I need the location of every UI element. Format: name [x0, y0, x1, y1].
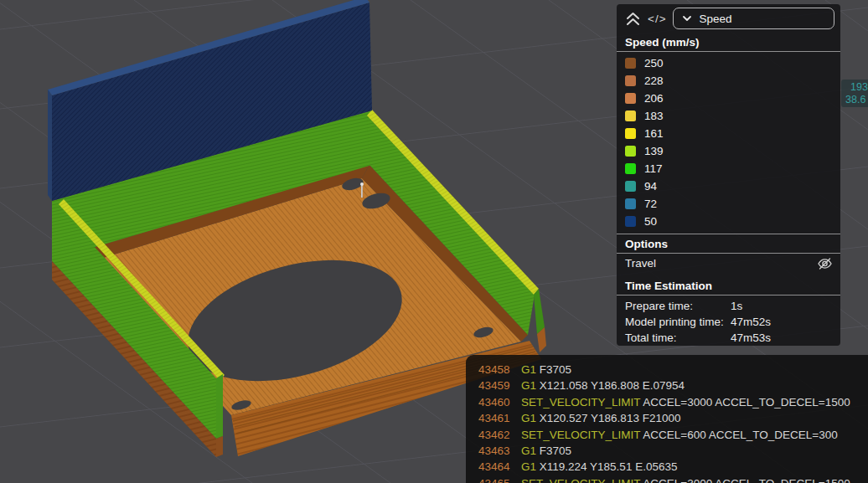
- time-row: Total time: 47m53s: [617, 330, 840, 346]
- legend-color-swatch: [625, 93, 636, 104]
- gcode-line-number: 43459: [478, 378, 514, 393]
- legend-row: 72: [617, 195, 840, 213]
- gcode-command: G1: [521, 460, 536, 473]
- chevron-down-icon: [682, 14, 692, 23]
- gcode-line-number: 43458: [478, 362, 514, 378]
- gcode-args: ACCEL=3000 ACCEL_TO_DECEL=1500: [643, 477, 850, 483]
- gcode-command: G1: [521, 412, 536, 424]
- gcode-line-body: G1 X120.527 Y186.813 F21000: [514, 410, 680, 426]
- legend-row: 139: [617, 142, 840, 160]
- gcode-line[interactable]: 43465 SET_VELOCITY_LIMIT ACCEL=3000 ACCE…: [478, 475, 868, 483]
- gcode-console[interactable]: 43458 G1 F3705 43459 G1 X121.058 Y186.80…: [466, 355, 868, 483]
- gcode-args: ACCEL=3000 ACCEL_TO_DECEL=1500: [643, 396, 850, 408]
- tooltip-value-2: 38.6: [845, 94, 868, 106]
- legend-row: 228: [617, 72, 840, 90]
- panel-header: </> Speed: [624, 8, 834, 29]
- legend-value: 250: [644, 57, 664, 69]
- legend-row: 50: [617, 213, 840, 230]
- time-row-value: 47m53s: [731, 331, 771, 344]
- time-estimation-list: Prepare time: 1s Model printing time: 47…: [617, 298, 840, 346]
- options-section-title: Options: [617, 234, 840, 253]
- legend-value: 228: [644, 75, 664, 87]
- gcode-line[interactable]: 43459 G1 X121.058 Y186.808 E.07954: [478, 378, 868, 393]
- view-mode-select[interactable]: Speed: [673, 8, 834, 29]
- time-row: Prepare time: 1s: [617, 298, 840, 314]
- travel-label: Travel: [625, 257, 656, 270]
- legend-row: 94: [617, 177, 840, 195]
- gcode-line-number: 43460: [478, 394, 514, 410]
- gcode-line-body: G1 X121.058 Y186.808 E.07954: [514, 378, 685, 393]
- gcode-command: SET_VELOCITY_LIMIT: [521, 429, 640, 441]
- travel-option-row[interactable]: Travel: [617, 254, 840, 273]
- eye-off-icon[interactable]: [817, 257, 833, 270]
- time-row-label: Prepare time:: [625, 300, 731, 312]
- time-row-value: 47m52s: [731, 316, 771, 328]
- legend-color-swatch: [625, 75, 636, 86]
- gcode-line-body: SET_VELOCITY_LIMIT ACCEL=3000 ACCEL_TO_D…: [514, 475, 850, 483]
- gcode-viewer-app: 193 38.6 </> Speed Speed (mm/s) 250 228: [0, 0, 868, 483]
- gcode-args: X120.527 Y186.813 F21000: [540, 412, 681, 424]
- gcode-line[interactable]: 43458 G1 F3705: [478, 362, 868, 378]
- divider: [617, 295, 840, 295]
- tooltip-value-1: 193: [845, 81, 868, 94]
- gcode-args: ACCEL=600 ACCEL_TO_DECEL=300: [643, 429, 837, 441]
- gcode-line-number: 43464: [478, 459, 514, 475]
- legend-value: 94: [644, 180, 657, 193]
- legend-color-swatch: [625, 110, 636, 121]
- gcode-line-body: G1 F3705: [514, 362, 571, 378]
- viewer-side-panel: </> Speed Speed (mm/s) 250 228 206 183 1…: [617, 4, 840, 346]
- time-row-value: 1s: [731, 300, 742, 312]
- legend-value: 72: [644, 198, 657, 210]
- legend-row: 117: [617, 160, 840, 177]
- legend-color-swatch: [625, 146, 636, 157]
- gcode-command: G1: [521, 363, 536, 376]
- speed-legend: 250 228 206 183 161 139 117 94 72 50: [617, 52, 840, 230]
- legend-value: 183: [644, 110, 664, 122]
- gcode-line[interactable]: 43460 SET_VELOCITY_LIMIT ACCEL=3000 ACCE…: [478, 394, 868, 410]
- legend-color-swatch: [625, 181, 636, 192]
- gcode-line-body: SET_VELOCITY_LIMIT ACCEL=600 ACCEL_TO_DE…: [514, 427, 838, 443]
- legend-value: 117: [644, 162, 663, 175]
- view-mode-value: Speed: [700, 13, 732, 25]
- gcode-command: SET_VELOCITY_LIMIT: [521, 477, 640, 483]
- gcode-line[interactable]: 43461 G1 X120.527 Y186.813 F21000: [478, 410, 868, 426]
- legend-value: 161: [644, 127, 664, 140]
- time-section-title: Time Estimation: [617, 273, 840, 295]
- speed-section-title: Speed (mm/s): [617, 29, 840, 51]
- legend-color-swatch: [625, 58, 636, 69]
- gcode-args: X121.058 Y186.808 E.07954: [540, 379, 685, 392]
- gcode-command: SET_VELOCITY_LIMIT: [521, 396, 640, 408]
- gcode-command: G1: [521, 444, 536, 457]
- gcode-line-number: 43461: [478, 410, 514, 426]
- legend-row: 250: [617, 54, 840, 72]
- gcode-line[interactable]: 43464 G1 X119.224 Y185.51 E.05635: [478, 459, 868, 475]
- gcode-args: X119.224 Y185.51 E.05635: [540, 460, 678, 473]
- time-row-label: Model printing time:: [625, 316, 731, 328]
- legend-color-swatch: [625, 163, 636, 174]
- time-row-label: Total time:: [625, 331, 731, 344]
- legend-row: 183: [617, 107, 840, 125]
- gcode-args: F3705: [540, 363, 571, 376]
- code-icon[interactable]: </>: [648, 13, 667, 25]
- legend-row: 206: [617, 90, 840, 107]
- collapse-panel-icon[interactable]: [624, 9, 642, 28]
- gcode-command: G1: [521, 379, 536, 392]
- gcode-line-number: 43462: [478, 427, 514, 443]
- legend-color-swatch: [625, 128, 636, 139]
- legend-color-swatch: [625, 216, 636, 227]
- legend-value: 50: [644, 215, 657, 228]
- legend-value: 206: [644, 92, 664, 105]
- gcode-line-body: G1 X119.224 Y185.51 E.05635: [514, 459, 677, 475]
- legend-value: 139: [644, 145, 664, 157]
- gcode-line-number: 43463: [478, 443, 514, 459]
- gcode-line-body: G1 F3705: [514, 443, 571, 459]
- legend-color-swatch: [625, 198, 636, 209]
- legend-row: 161: [617, 125, 840, 142]
- time-row: Model printing time: 47m52s: [617, 314, 840, 330]
- gcode-line[interactable]: 43462 SET_VELOCITY_LIMIT ACCEL=600 ACCEL…: [478, 427, 868, 443]
- hover-coordinate-tooltip: 193 38.6: [841, 80, 868, 107]
- gcode-line-body: SET_VELOCITY_LIMIT ACCEL=3000 ACCEL_TO_D…: [514, 394, 850, 410]
- gcode-line-number: 43465: [478, 475, 514, 483]
- gcode-line[interactable]: 43463 G1 F3705: [478, 443, 868, 459]
- gcode-args: F3705: [540, 444, 571, 457]
